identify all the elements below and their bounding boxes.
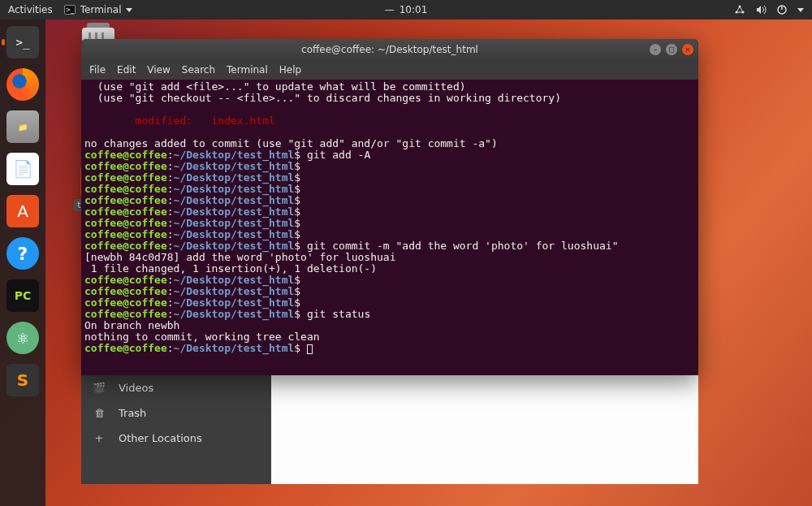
sidebar-other-label: Other Locations (119, 432, 202, 444)
terminal-title: coffee@coffee: ~/Desktop/test_html (301, 44, 478, 55)
clock-dash: — (385, 4, 395, 15)
dock-libreoffice-writer[interactable]: 📄 (6, 153, 39, 185)
speaker-icon[interactable] (755, 4, 767, 15)
terminal-body[interactable]: (use "git add <file>..." to update what … (81, 80, 698, 375)
activities-button[interactable]: Activities (8, 4, 53, 15)
sidebar-item-trash[interactable]: 🗑 Trash (81, 400, 271, 426)
files-content-area[interactable] (271, 375, 698, 484)
network-icon[interactable] (734, 4, 745, 15)
system-menu-chevron-icon[interactable] (797, 8, 804, 12)
dock-atom[interactable]: ⚛ (6, 322, 39, 354)
clock[interactable]: — 10:01 (385, 4, 428, 15)
clock-time: 10:01 (400, 4, 428, 15)
dock-files[interactable]: 📁 (6, 110, 39, 143)
menu-edit[interactable]: Edit (117, 64, 136, 76)
chevron-down-icon (126, 8, 132, 12)
files-sidebar: 🎬 Videos 🗑 Trash + Other Locations (81, 375, 271, 484)
terminal-icon: >_ (64, 5, 76, 15)
menu-file[interactable]: File (89, 64, 106, 76)
sidebar-item-other-locations[interactable]: + Other Locations (81, 426, 271, 451)
dock: >_ 📁 📄 A ? PC ⚛ S (0, 19, 45, 506)
app-menu-label: Terminal (80, 4, 122, 15)
sidebar-item-videos[interactable]: 🎬 Videos (81, 375, 271, 400)
top-bar: Activities >_ Terminal — 10:01 (0, 0, 812, 19)
window-minimize-button[interactable]: – (650, 44, 661, 55)
terminal-titlebar[interactable]: coffee@coffee: ~/Desktop/test_html – ◻ × (81, 39, 698, 60)
dock-firefox[interactable] (6, 68, 39, 101)
dock-terminal[interactable]: >_ (6, 26, 39, 58)
terminal-menubar: File Edit View Search Terminal Help (81, 60, 698, 80)
dock-help[interactable]: ? (6, 237, 39, 270)
menu-help[interactable]: Help (279, 64, 301, 76)
menu-search[interactable]: Search (182, 64, 215, 76)
menu-view[interactable]: View (147, 64, 170, 76)
app-menu[interactable]: >_ Terminal (64, 4, 133, 15)
dock-pycharm[interactable]: PC (6, 279, 39, 312)
sidebar-trash-label: Trash (119, 407, 146, 419)
power-icon[interactable] (776, 4, 788, 15)
menu-terminal[interactable]: Terminal (227, 64, 268, 76)
plus-icon: + (93, 432, 106, 444)
window-maximize-button[interactable]: ◻ (666, 44, 677, 55)
terminal-cursor (307, 344, 313, 354)
sidebar-videos-label: Videos (119, 382, 153, 394)
trash-small-icon: 🗑 (93, 407, 106, 419)
dock-software-center[interactable]: A (6, 195, 39, 227)
videos-icon: 🎬 (93, 382, 106, 394)
dock-sublime-text[interactable]: S (6, 364, 39, 396)
terminal-window: coffee@coffee: ~/Desktop/test_html – ◻ ×… (81, 39, 698, 375)
window-close-button[interactable]: × (682, 44, 693, 55)
